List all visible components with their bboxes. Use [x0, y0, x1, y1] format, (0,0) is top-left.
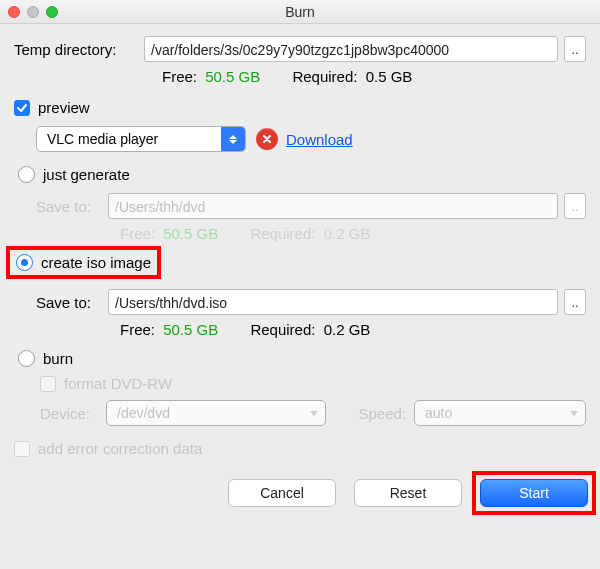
- burn-device-label: Device:: [40, 405, 106, 422]
- error-correction-checkbox: [14, 441, 30, 457]
- just-generate-label: just generate: [43, 166, 130, 183]
- just-generate-save-label: Save to:: [36, 198, 108, 215]
- preview-label: preview: [38, 99, 90, 116]
- error-correction-label: add error correction data: [38, 440, 202, 457]
- temp-free-label: Free:: [162, 68, 197, 85]
- reset-button[interactable]: Reset: [354, 479, 462, 507]
- create-iso-save-label: Save to:: [36, 294, 108, 311]
- burn-label: burn: [43, 350, 73, 367]
- start-button[interactable]: Start: [480, 479, 588, 507]
- burn-speed-select: auto: [414, 400, 586, 426]
- burn-speed-label: Speed:: [336, 405, 406, 422]
- preview-player-value: VLC media player: [37, 131, 221, 147]
- download-link[interactable]: Download: [286, 131, 353, 148]
- temp-directory-field[interactable]: /var/folders/3s/0c29y7y90tzgzc1jp8bw3pc4…: [144, 36, 558, 62]
- create-iso-browse-button[interactable]: ..: [564, 289, 586, 315]
- just-generate-save-field: /Users/thh/dvd: [108, 193, 558, 219]
- titlebar: Burn: [0, 0, 600, 24]
- create-iso-free-value: 50.5 GB: [163, 321, 218, 338]
- updown-arrows-icon: [221, 127, 245, 151]
- temp-required-value: 0.5 GB: [366, 68, 413, 85]
- preview-player-select[interactable]: VLC media player: [36, 126, 246, 152]
- just-generate-browse-button: ..: [564, 193, 586, 219]
- chevron-down-icon: [563, 401, 585, 425]
- just-generate-radio[interactable]: [18, 166, 35, 183]
- create-iso-label: create iso image: [41, 254, 151, 271]
- just-generate-free-value: 50.5 GB: [163, 225, 218, 242]
- create-iso-highlight: create iso image: [6, 246, 161, 279]
- just-generate-required-value: 0.2 GB: [324, 225, 371, 242]
- just-generate-required-label: Required:: [250, 225, 315, 242]
- just-generate-free-label: Free:: [120, 225, 155, 242]
- preview-checkbox[interactable]: [14, 100, 30, 116]
- burn-radio[interactable]: [18, 350, 35, 367]
- temp-directory-label: Temp directory:: [14, 41, 144, 58]
- format-dvdrw-label: format DVD-RW: [64, 375, 172, 392]
- burn-speed-value: auto: [415, 405, 563, 421]
- stop-download-icon[interactable]: [256, 128, 278, 150]
- window-title: Burn: [0, 4, 600, 20]
- burn-device-select: /dev/dvd: [106, 400, 326, 426]
- create-iso-save-field[interactable]: /Users/thh/dvd.iso: [108, 289, 558, 315]
- create-iso-required-label: Required:: [250, 321, 315, 338]
- temp-directory-browse-button[interactable]: ..: [564, 36, 586, 62]
- burn-device-value: /dev/dvd: [107, 405, 303, 421]
- format-dvdrw-checkbox: [40, 376, 56, 392]
- temp-free-value: 50.5 GB: [205, 68, 260, 85]
- create-iso-radio[interactable]: [16, 254, 33, 271]
- temp-required-label: Required:: [292, 68, 357, 85]
- create-iso-required-value: 0.2 GB: [324, 321, 371, 338]
- chevron-down-icon: [303, 401, 325, 425]
- cancel-button[interactable]: Cancel: [228, 479, 336, 507]
- create-iso-free-label: Free:: [120, 321, 155, 338]
